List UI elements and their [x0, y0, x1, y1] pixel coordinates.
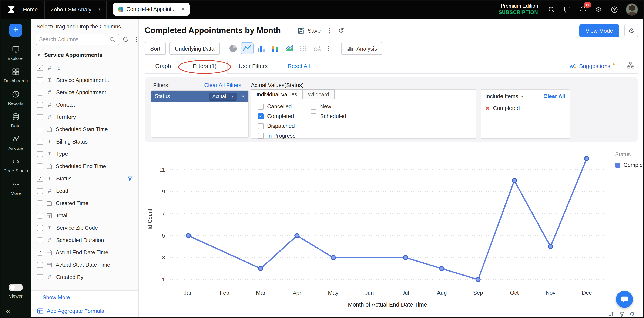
column-item[interactable]: #Scheduled Duration: [34, 234, 136, 246]
data-point[interactable]: [548, 245, 553, 249]
search-icon[interactable]: [547, 5, 556, 13]
legend-entry[interactable]: Completed: [615, 162, 644, 168]
report-tab[interactable]: Completed Appoint... ✕: [113, 3, 190, 16]
underlying-data-button[interactable]: Underlying Data: [169, 42, 220, 55]
clear-all-filters-link[interactable]: Clear All Filters: [204, 82, 242, 88]
column-checkbox[interactable]: ✓: [37, 65, 43, 71]
home-tab[interactable]: Home: [23, 6, 38, 12]
subscription-info[interactable]: Premium Edition SUBSCRIPTION: [498, 3, 538, 16]
value-checkbox[interactable]: ✓: [258, 113, 264, 119]
bubble-chart-icon[interactable]: [311, 42, 324, 54]
tab-graph[interactable]: Graph: [144, 58, 182, 74]
sidebar-item-ask-zia[interactable]: Ask Zia: [0, 133, 32, 153]
value-checkbox[interactable]: [258, 123, 264, 129]
column-item[interactable]: #Contact: [34, 99, 136, 111]
column-item[interactable]: Scheduled End Time: [34, 160, 136, 172]
value-option[interactable]: New: [311, 103, 346, 110]
column-checkbox[interactable]: ✓: [37, 175, 43, 181]
column-item[interactable]: ✓#Id: [34, 62, 136, 74]
settings-gear-icon[interactable]: ⚙: [594, 5, 603, 13]
clear-all-link[interactable]: Clear All: [544, 93, 565, 99]
column-checkbox[interactable]: [37, 139, 43, 145]
data-point[interactable]: [258, 266, 263, 271]
column-checkbox[interactable]: [37, 274, 43, 280]
stacked-bar-chart-icon[interactable]: [269, 42, 282, 54]
data-point[interactable]: [476, 278, 480, 282]
tab-wildcard[interactable]: Wildcard: [302, 89, 335, 99]
scatter-chart-icon[interactable]: [297, 42, 310, 54]
show-more-link[interactable]: Show More: [42, 294, 70, 301]
chart-settings-gear-icon[interactable]: ⚙: [630, 311, 635, 317]
sidebar-item-reports[interactable]: Reports: [0, 88, 32, 108]
column-item[interactable]: Actual Start Date Time: [34, 259, 136, 271]
data-point[interactable]: [585, 157, 589, 161]
sidebar-item-explorer[interactable]: Explorer: [0, 43, 32, 63]
column-item[interactable]: #Territory: [34, 111, 136, 123]
column-item[interactable]: #Created By: [34, 271, 136, 283]
value-option[interactable]: Cancelled: [258, 103, 296, 110]
value-option[interactable]: In Progress: [258, 133, 296, 139]
column-item[interactable]: TType: [34, 148, 136, 160]
tab-individual-values[interactable]: Individual Values: [251, 89, 303, 99]
column-checkbox[interactable]: [37, 126, 43, 132]
reset-all-link[interactable]: Reset All: [288, 63, 310, 69]
viewer-toggle[interactable]: [8, 284, 23, 291]
zia-chat-button[interactable]: [616, 291, 633, 308]
search-columns-input[interactable]: [39, 36, 108, 42]
column-checkbox[interactable]: [37, 212, 43, 218]
tab-filters[interactable]: Filters (1): [182, 58, 228, 74]
columns-menu-icon[interactable]: ⋮: [132, 35, 140, 43]
report-more-icon[interactable]: ⋮: [326, 27, 333, 34]
view-mode-button[interactable]: View Mode: [579, 24, 619, 37]
sort-button[interactable]: Sort: [144, 42, 166, 55]
column-checkbox[interactable]: [37, 151, 43, 157]
column-item[interactable]: Scheduled Start Time: [34, 123, 136, 136]
bar-chart-icon[interactable]: [255, 42, 268, 54]
data-point[interactable]: [512, 178, 516, 183]
chat-icon[interactable]: [563, 5, 571, 13]
data-point[interactable]: [440, 266, 444, 271]
notifications-bell-icon[interactable]: 13: [578, 5, 587, 13]
user-avatar[interactable]: [626, 3, 638, 15]
filter-chip-status[interactable]: Status Actual ▾ ✕: [152, 91, 248, 102]
column-item[interactable]: TService Zip Code: [34, 222, 136, 234]
column-checkbox[interactable]: [37, 262, 43, 268]
sidebar-item-code-studio[interactable]: Code Studio: [0, 156, 32, 175]
help-icon[interactable]: [610, 5, 618, 13]
value-checkbox[interactable]: [258, 103, 264, 109]
column-checkbox[interactable]: [37, 77, 43, 83]
value-checkbox[interactable]: [258, 133, 264, 139]
tab-user-filters[interactable]: User Filters: [228, 58, 278, 74]
hierarchy-view-icon[interactable]: [626, 62, 635, 70]
value-checkbox[interactable]: [311, 113, 317, 119]
column-item[interactable]: TService Appointment...: [34, 74, 136, 86]
analysis-button[interactable]: Analysis: [341, 42, 382, 55]
undo-icon[interactable]: ↺: [338, 26, 344, 35]
collapse-sidebar-icon[interactable]: «: [6, 307, 10, 315]
column-item[interactable]: #Service Appointment...: [34, 86, 136, 99]
remove-item-icon[interactable]: ✕: [485, 105, 490, 111]
zoho-analytics-logo[interactable]: [6, 4, 16, 15]
data-point[interactable]: [331, 255, 336, 260]
sort-order-icon[interactable]: [608, 311, 614, 317]
column-checkbox[interactable]: [37, 200, 43, 206]
create-new-button[interactable]: +: [9, 24, 22, 36]
column-checkbox[interactable]: ✓: [37, 249, 43, 255]
line-chart-icon[interactable]: [241, 42, 254, 54]
column-checkbox[interactable]: [37, 163, 43, 169]
column-item[interactable]: Created Time: [34, 197, 136, 209]
column-item[interactable]: ✓Actual End Date Time: [34, 246, 136, 259]
data-point[interactable]: [404, 255, 408, 260]
column-item[interactable]: ✓TStatus: [34, 172, 136, 185]
value-option[interactable]: Dispatched: [258, 123, 296, 129]
value-option[interactable]: ✓Completed: [258, 113, 296, 119]
column-checkbox[interactable]: [37, 114, 43, 120]
filter-mode-select[interactable]: Actual ▾: [209, 92, 237, 100]
column-item[interactable]: Total: [34, 209, 136, 222]
column-checkbox[interactable]: [37, 102, 43, 108]
sidebar-item-data[interactable]: Data: [0, 110, 32, 130]
column-checkbox[interactable]: [37, 225, 43, 231]
column-checkbox[interactable]: [37, 188, 43, 194]
column-checkbox[interactable]: [37, 237, 43, 243]
workspace-tab[interactable]: Zoho FSM Analy... ▾: [44, 0, 107, 19]
